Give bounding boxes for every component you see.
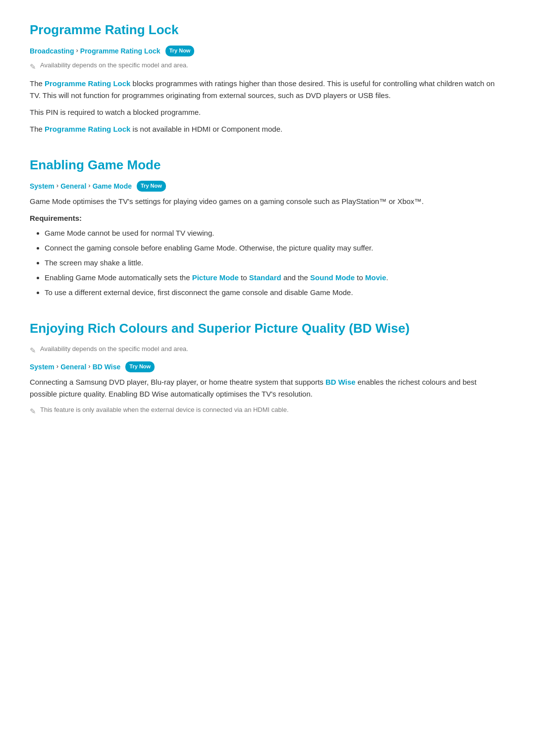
bullet4-sound-mode-link[interactable]: Sound Mode (310, 273, 355, 282)
section2-bullet-list: Game Mode cannot be used for normal TV v… (30, 227, 505, 299)
breadcrumb-sep2b: › (88, 181, 90, 191)
bullet4-mid1: to (239, 273, 249, 282)
section1-p3-link[interactable]: Programme Rating Lock (45, 125, 130, 133)
section1-p3-post: is not available in HDMI or Component mo… (130, 125, 282, 133)
try-now-badge-2[interactable]: Try Now (137, 181, 166, 192)
note-icon-1: ✎ (30, 61, 36, 73)
breadcrumb-sep2a: › (56, 181, 58, 191)
section3-breadcrumb: System › General › BD Wise Try Now (30, 361, 505, 372)
bullet4-pre: Enabling Game Mode automatically sets th… (45, 273, 192, 282)
section3-p1-pre: Connecting a Samsung DVD player, Blu-ray… (30, 378, 325, 386)
section3-bd-wise-link[interactable]: BD Wise (325, 378, 356, 386)
breadcrumb-general[interactable]: General (60, 181, 86, 192)
bullet4-post: . (386, 273, 388, 282)
bullet3-text: The screen may shake a little. (45, 258, 143, 267)
section-programme-rating-lock: Programme Rating Lock Broadcasting › Pro… (30, 20, 505, 135)
bullet4-mid2: and the (281, 273, 310, 282)
section2-paragraph1: Game Mode optimises the TV's settings fo… (30, 196, 505, 207)
section3-title: Enjoying Rich Colours and Superior Pictu… (30, 318, 505, 339)
section1-paragraph1: The Programme Rating Lock blocks program… (30, 78, 505, 101)
section3-paragraph1: Connecting a Samsung DVD player, Blu-ray… (30, 376, 505, 400)
breadcrumb-programme-rating-lock[interactable]: Programme Rating Lock (80, 46, 160, 56)
section2-title: Enabling Game Mode (30, 155, 505, 176)
bullet2-text: Connect the gaming console before enabli… (45, 244, 373, 252)
section1-note1: ✎ Availability depends on the specific m… (30, 60, 505, 73)
bullet4-standard-link[interactable]: Standard (249, 273, 281, 282)
breadcrumb-sep1: › (76, 46, 78, 56)
bullet4-movie-link[interactable]: Movie (365, 273, 386, 282)
breadcrumb-sep3a: › (56, 361, 58, 372)
section1-note1-text: Availability depends on the specific mod… (40, 60, 188, 71)
section1-p1-pre: The (30, 79, 45, 88)
bullet-item-4: Enabling Game Mode automatically sets th… (45, 272, 505, 284)
section1-paragraph3: The Programme Rating Lock is not availab… (30, 123, 505, 135)
note-icon-3a: ✎ (30, 345, 36, 356)
breadcrumb-broadcasting[interactable]: Broadcasting (30, 46, 74, 56)
bullet4-picture-mode-link[interactable]: Picture Mode (192, 273, 239, 282)
section2-requirements-label: Requirements: (30, 212, 505, 224)
section3-note2: ✎ This feature is only available when th… (30, 405, 505, 417)
bullet-item-2: Connect the gaming console before enabli… (45, 242, 505, 254)
bullet4-mid3: to (355, 273, 365, 282)
bullet5-text: To use a different external device, firs… (45, 288, 353, 297)
breadcrumb-game-mode[interactable]: Game Mode (93, 181, 132, 192)
breadcrumb-sep3b: › (88, 361, 90, 372)
bullet1-text: Game Mode cannot be used for normal TV v… (45, 229, 214, 237)
section1-title: Programme Rating Lock (30, 20, 505, 41)
section1-p3-pre: The (30, 125, 45, 133)
breadcrumb-general-3[interactable]: General (60, 361, 86, 372)
breadcrumb-system-3[interactable]: System (30, 361, 54, 372)
try-now-badge-3[interactable]: Try Now (125, 361, 155, 372)
section1-paragraph2: This PIN is required to watch a blocked … (30, 106, 505, 118)
section3-note1-text: Availability depends on the specific mod… (40, 344, 188, 354)
try-now-badge-1[interactable]: Try Now (165, 46, 195, 56)
section-enabling-game-mode: Enabling Game Mode System › General › Ga… (30, 155, 505, 299)
section1-breadcrumb: Broadcasting › Programme Rating Lock Try… (30, 46, 505, 56)
note-icon-3b: ✎ (30, 405, 36, 417)
section3-note2-text: This feature is only available when the … (40, 405, 289, 415)
bullet-item-3: The screen may shake a little. (45, 257, 505, 269)
bullet-item-1: Game Mode cannot be used for normal TV v… (45, 227, 505, 239)
section-bd-wise: Enjoying Rich Colours and Superior Pictu… (30, 318, 505, 417)
section1-p1-link[interactable]: Programme Rating Lock (45, 79, 130, 88)
breadcrumb-system[interactable]: System (30, 181, 54, 192)
bullet-item-5: To use a different external device, firs… (45, 287, 505, 299)
section2-breadcrumb: System › General › Game Mode Try Now (30, 181, 505, 192)
breadcrumb-bd-wise[interactable]: BD Wise (93, 361, 121, 372)
section3-note1: ✎ Availability depends on the specific m… (30, 344, 505, 356)
